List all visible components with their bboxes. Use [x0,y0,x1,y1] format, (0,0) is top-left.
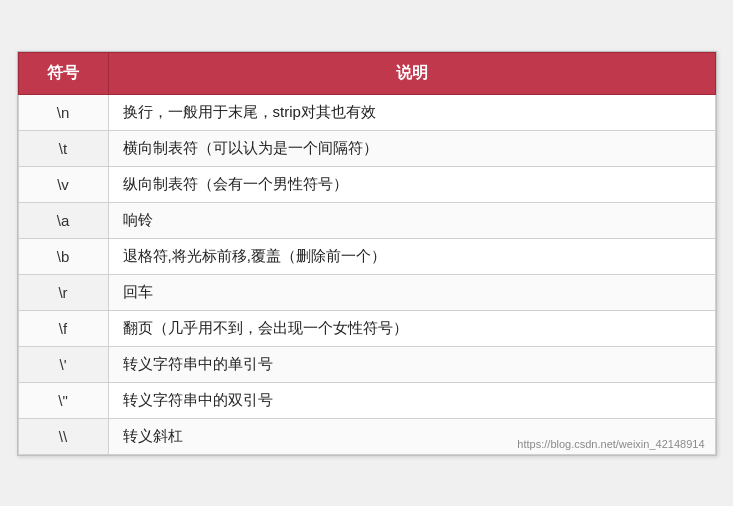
table-row: \v纵向制表符（会有一个男性符号） [18,166,715,202]
cell-description: 响铃 [108,202,715,238]
table-row: \t横向制表符（可以认为是一个间隔符） [18,130,715,166]
cell-description: 转义斜杠https://blog.csdn.net/weixin_4214891… [108,418,715,454]
table-row: \"转义字符串中的双引号 [18,382,715,418]
table-row: \\转义斜杠https://blog.csdn.net/weixin_42148… [18,418,715,454]
table-row: \b退格符,将光标前移,覆盖（删除前一个） [18,238,715,274]
cell-description: 转义字符串中的单引号 [108,346,715,382]
cell-symbol: \v [18,166,108,202]
escape-chars-table: 符号 说明 \n换行，一般用于末尾，strip对其也有效\t横向制表符（可以认为… [18,52,716,455]
col-header-symbol: 符号 [18,52,108,94]
main-table-container: 符号 说明 \n换行，一般用于末尾，strip对其也有效\t横向制表符（可以认为… [17,51,717,456]
table-header-row: 符号 说明 [18,52,715,94]
cell-description: 退格符,将光标前移,覆盖（删除前一个） [108,238,715,274]
cell-symbol: \r [18,274,108,310]
cell-symbol: \a [18,202,108,238]
cell-symbol: \' [18,346,108,382]
cell-symbol: \t [18,130,108,166]
table-row: \a响铃 [18,202,715,238]
cell-symbol: \\ [18,418,108,454]
table-row: \n换行，一般用于末尾，strip对其也有效 [18,94,715,130]
table-row: \'转义字符串中的单引号 [18,346,715,382]
cell-description: 纵向制表符（会有一个男性符号） [108,166,715,202]
table-row: \f翻页（几乎用不到，会出现一个女性符号） [18,310,715,346]
cell-description: 回车 [108,274,715,310]
cell-symbol: \b [18,238,108,274]
cell-description: 转义字符串中的双引号 [108,382,715,418]
cell-symbol: \" [18,382,108,418]
col-header-description: 说明 [108,52,715,94]
cell-description: 翻页（几乎用不到，会出现一个女性符号） [108,310,715,346]
cell-description: 横向制表符（可以认为是一个间隔符） [108,130,715,166]
table-row: \r回车 [18,274,715,310]
cell-description: 换行，一般用于末尾，strip对其也有效 [108,94,715,130]
cell-symbol: \n [18,94,108,130]
watermark: https://blog.csdn.net/weixin_42148914 [517,438,704,450]
cell-symbol: \f [18,310,108,346]
